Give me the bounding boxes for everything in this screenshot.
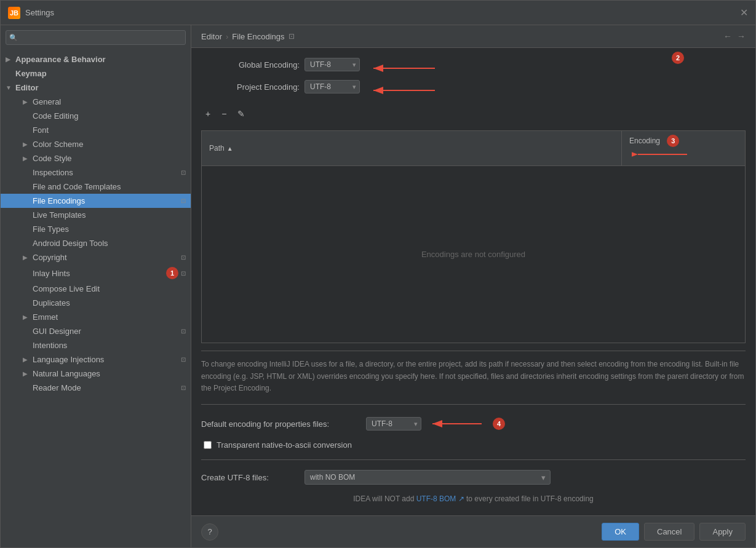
cancel-button[interactable]: Cancel (644, 523, 694, 541)
footer-note: IDEA will NOT add UTF-8 BOM ↗ to every c… (201, 492, 746, 506)
gui-designer-badge: ⊡ (181, 328, 186, 335)
create-utf8-select[interactable]: with NO BOM with BOM (304, 470, 551, 485)
breadcrumb-parent: Editor (201, 32, 222, 41)
global-encoding-select-wrapper: UTF-8 (304, 58, 360, 71)
pin-icon[interactable]: ⊡ (288, 32, 295, 41)
expand-icon: ▶ (23, 314, 31, 320)
sidebar-item-reader-mode[interactable]: Reader Mode ⊡ (1, 381, 191, 395)
expand-placeholder (23, 328, 31, 335)
path-column-header: Path ▲ (202, 131, 622, 165)
red-arrow-2 (367, 81, 441, 100)
inlay-hints-badge: ⊡ (181, 270, 186, 277)
help-button[interactable]: ? (201, 523, 218, 541)
table-header: Path ▲ Encoding 3 (202, 131, 745, 166)
default-encoding-select[interactable]: UTF-8 (366, 417, 421, 431)
sidebar-item-keymap[interactable]: Keymap (1, 66, 191, 81)
expand-placeholder (23, 300, 31, 306)
sidebar-item-font[interactable]: Font (1, 123, 191, 137)
sidebar-item-color-scheme[interactable]: ▶ Color Scheme (1, 137, 191, 151)
sidebar-item-file-types[interactable]: File Types (1, 222, 191, 236)
window-title: Settings (25, 8, 54, 17)
sidebar-item-android-design-tools[interactable]: Android Design Tools (1, 236, 191, 250)
panel-header: Editor › File Encodings ⊡ ← → (191, 25, 755, 48)
default-encoding-select-wrapper: UTF-8 (366, 417, 421, 431)
create-utf8-select-wrapper: with NO BOM with BOM (304, 470, 551, 485)
ok-button[interactable]: OK (602, 523, 639, 541)
global-encoding-label: Global Encoding: (201, 60, 300, 69)
main-panel: Editor › File Encodings ⊡ ← → Global Enc… (191, 25, 755, 547)
sidebar-item-language-injections[interactable]: ▶ Language Injections ⊡ (1, 352, 191, 367)
sidebar-item-copyright[interactable]: ▶ Copyright ⊡ (1, 250, 191, 264)
expand-placeholder (23, 342, 31, 349)
section-divider-1 (201, 404, 746, 405)
sidebar: 🔍 ▶ Appearance & Behavior Keymap ▼ Edito… (1, 25, 191, 547)
search-icon: 🔍 (9, 34, 18, 42)
transparent-checkbox[interactable] (204, 441, 212, 449)
red-arrow-1 (367, 59, 441, 77)
main-content: 🔍 ▶ Appearance & Behavior Keymap ▼ Edito… (1, 25, 755, 547)
footer-prefix: IDEA will NOT add (353, 494, 416, 503)
sidebar-item-emmet[interactable]: ▶ Emmet (1, 310, 191, 324)
table-toolbar: + − ✎ (201, 105, 746, 123)
panel-content: Global Encoding: UTF-8 (191, 48, 755, 515)
panel-nav: ← → (723, 31, 746, 41)
global-encoding-select[interactable]: UTF-8 (304, 58, 360, 71)
remove-path-button[interactable]: − (217, 107, 231, 121)
sidebar-item-editor[interactable]: ▼ Editor (1, 81, 191, 95)
sidebar-item-file-code-templates[interactable]: File and Code Templates (1, 180, 191, 194)
encodings-table: Path ▲ Encoding 3 (201, 130, 746, 343)
expand-icon: ▶ (23, 356, 31, 363)
expand-placeholder (23, 384, 31, 391)
sidebar-item-inspections[interactable]: Inspections ⊡ (1, 165, 191, 180)
sidebar-item-code-style[interactable]: ▶ Code Style (1, 151, 191, 165)
create-utf8-label: Create UTF-8 files: (201, 473, 300, 482)
settings-window: JB Settings ✕ 🔍 ▶ Appearance & Behavior … (0, 0, 756, 548)
annotation-4: 4 (493, 418, 505, 430)
edit-path-button[interactable]: ✎ (233, 107, 249, 121)
sidebar-item-inlay-hints[interactable]: Inlay Hints 1 ⊡ (1, 264, 191, 282)
sidebar-item-duplicates[interactable]: Duplicates (1, 296, 191, 310)
sidebar-item-appearance[interactable]: ▶ Appearance & Behavior (1, 52, 191, 66)
nav-forward-button[interactable]: → (737, 31, 746, 41)
sidebar-item-gui-designer[interactable]: GUI Designer ⊡ (1, 324, 191, 338)
sidebar-item-file-encodings[interactable]: File Encodings ⊡ (1, 194, 191, 208)
red-arrow-3 (632, 147, 693, 162)
transparent-label[interactable]: Transparent native-to-ascii conversion (217, 440, 352, 450)
info-text: To change encoding IntelliJ IDEA uses fo… (201, 351, 746, 394)
sidebar-item-intentions[interactable]: Intentions (1, 338, 191, 352)
close-button[interactable]: ✕ (740, 7, 748, 18)
global-encoding-row: Global Encoding: UTF-8 (201, 58, 746, 71)
utf8-bom-link[interactable]: UTF-8 BOM ↗ (416, 494, 464, 503)
expand-icon: ▼ (6, 84, 14, 91)
annotation-2: 2 (672, 52, 684, 64)
sidebar-item-compose-live-edit[interactable]: Compose Live Edit (1, 282, 191, 296)
expand-placeholder (23, 197, 31, 204)
sidebar-item-code-editing[interactable]: Code Editing (1, 109, 191, 123)
create-utf8-row: Create UTF-8 files: with NO BOM with BOM (201, 470, 746, 485)
sidebar-item-live-templates[interactable]: Live Templates (1, 208, 191, 222)
expand-placeholder (23, 240, 31, 247)
expand-icon: ▶ (23, 370, 31, 377)
section-divider-2 (201, 459, 746, 460)
add-path-button[interactable]: + (201, 107, 215, 121)
file-encodings-badge: ⊡ (181, 197, 186, 204)
expand-placeholder (23, 270, 31, 277)
project-encoding-select-wrapper: UTF-8 (304, 80, 360, 93)
expand-placeholder (23, 127, 31, 133)
expand-icon: ▶ (23, 98, 31, 105)
expand-placeholder (23, 169, 31, 176)
expand-placeholder (23, 226, 31, 232)
bottom-bar: ? OK Cancel Apply (191, 515, 755, 547)
nav-back-button[interactable]: ← (723, 31, 732, 41)
table-empty-message: Encodings are not configured (202, 166, 745, 343)
project-encoding-select[interactable]: UTF-8 (304, 80, 360, 93)
sidebar-item-natural-languages[interactable]: ▶ Natural Languages (1, 367, 191, 381)
sort-icon: ▲ (227, 145, 233, 152)
sidebar-item-general[interactable]: ▶ General (1, 95, 191, 109)
apply-button[interactable]: Apply (699, 523, 746, 541)
red-arrow-4 (426, 415, 488, 433)
search-input[interactable] (6, 30, 186, 45)
expand-icon: ▶ (23, 254, 31, 261)
search-box: 🔍 (6, 30, 186, 45)
annotation-1: 1 (166, 267, 178, 279)
